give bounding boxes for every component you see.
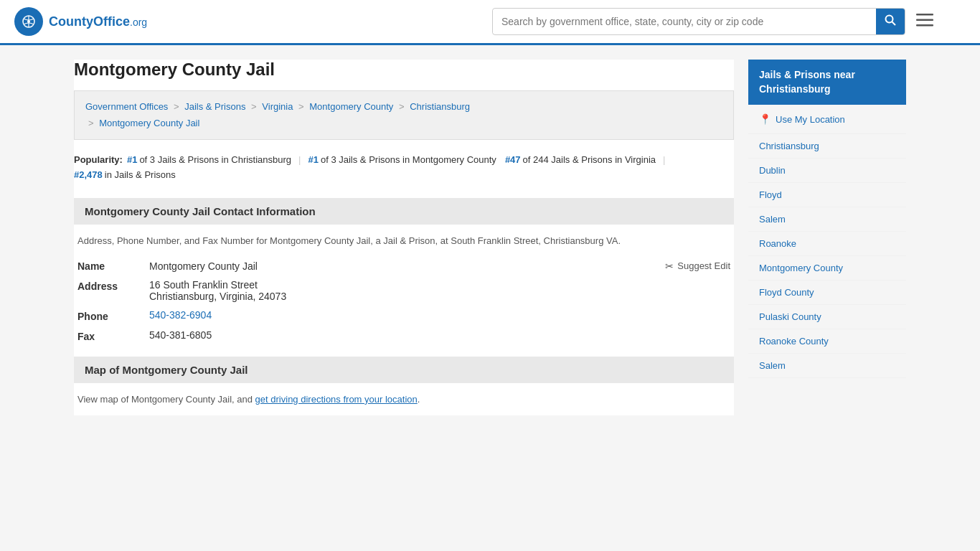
address-label: Address	[77, 279, 149, 292]
breadcrumb: Government Offices > Jails & Prisons > V…	[74, 90, 734, 140]
popularity-bar: Popularity: #1 of 3 Jails & Prisons in C…	[74, 151, 734, 184]
breadcrumb-link-government-offices[interactable]: Government Offices	[85, 101, 168, 112]
phone-value: 540-382-6904	[149, 309, 730, 321]
sidebar-item-roanoke-county[interactable]: Roanoke County	[748, 329, 906, 354]
info-table: Address 16 South Franklin Street Christi…	[74, 279, 734, 342]
popularity-stat3: #47 of 244 Jails & Prisons in Virginia	[505, 154, 656, 165]
breadcrumb-link-christiansburg[interactable]: Christiansburg	[410, 101, 470, 112]
name-row: Name Montgomery County Jail ✂ Suggest Ed…	[74, 260, 734, 272]
contact-section-header: Montgomery County Jail Contact Informati…	[74, 198, 734, 225]
breadcrumb-link-virginia[interactable]: Virginia	[262, 101, 293, 112]
map-description: View map of Montgomery County Jail, and …	[74, 394, 734, 415]
page-title: Montgomery County Jail	[74, 60, 734, 80]
sidebar-item-floyd-county[interactable]: Floyd County	[748, 281, 906, 305]
phone-row: Phone 540-382-6904	[77, 309, 730, 322]
fax-label: Fax	[77, 329, 149, 342]
logo-area: CountyOffice.org	[14, 7, 147, 36]
main-container: Montgomery County Jail Government Office…	[60, 45, 920, 430]
map-section-header: Map of Montgomery County Jail	[74, 357, 734, 383]
search-box	[492, 8, 905, 35]
svg-rect-8	[916, 24, 933, 27]
svg-point-3	[27, 20, 30, 23]
search-area	[492, 8, 937, 35]
use-my-location-link[interactable]: Use My Location	[776, 114, 845, 125]
svg-rect-6	[916, 14, 933, 16]
breadcrumb-link-current[interactable]: Montgomery County Jail	[99, 118, 199, 128]
contact-description: Address, Phone Number, and Fax Number fo…	[74, 235, 734, 246]
name-label: Name	[77, 260, 149, 272]
search-input[interactable]	[493, 10, 876, 33]
popularity-label: Popularity:	[74, 154, 123, 165]
sidebar-item-salem[interactable]: Salem	[748, 207, 906, 232]
logo-icon	[14, 7, 43, 36]
sidebar-item-salem[interactable]: Salem	[748, 354, 906, 378]
pin-icon: 📍	[759, 113, 771, 125]
popularity-stat1: #1 of 3 Jails & Prisons in Christiansbur…	[127, 154, 291, 165]
phone-link[interactable]: 540-382-6904	[149, 309, 212, 321]
suggest-edit-button[interactable]: ✂ Suggest Edit	[665, 260, 730, 272]
sidebar-links-container: ChristiansburgDublinFloydSalemRoanokeMon…	[748, 134, 906, 378]
name-value: Montgomery County Jail	[149, 260, 258, 272]
search-button[interactable]	[876, 9, 905, 34]
svg-point-4	[886, 16, 893, 23]
logo-text: CountyOffice.org	[49, 14, 147, 29]
svg-rect-7	[916, 19, 933, 22]
svg-line-5	[892, 22, 896, 26]
phone-label: Phone	[77, 309, 149, 322]
sidebar-header: Jails & Prisons near Christiansburg	[748, 60, 906, 105]
sidebar-item-christiansburg[interactable]: Christiansburg	[748, 134, 906, 159]
fax-row: Fax 540-381-6805	[77, 329, 730, 342]
sidebar-item-pulaski-county[interactable]: Pulaski County	[748, 305, 906, 329]
sidebar: Jails & Prisons near Christiansburg 📍 Us…	[748, 60, 906, 415]
content-area: Montgomery County Jail Government Office…	[74, 60, 734, 415]
fax-value: 540-381-6805	[149, 329, 730, 341]
breadcrumb-link-jails-prisons[interactable]: Jails & Prisons	[184, 101, 245, 112]
sidebar-item-montgomery-county[interactable]: Montgomery County	[748, 256, 906, 281]
popularity-stat2: #1 of 3 Jails & Prisons in Montgomery Co…	[308, 154, 496, 165]
address-row: Address 16 South Franklin Street Christi…	[77, 279, 730, 302]
popularity-stat4: #2,478 in Jails & Prisons	[74, 169, 176, 180]
sidebar-item-floyd[interactable]: Floyd	[748, 183, 906, 207]
breadcrumb-link-montgomery-county[interactable]: Montgomery County	[309, 101, 393, 112]
site-header: CountyOffice.org	[0, 0, 980, 45]
sidebar-use-location: 📍 Use My Location	[748, 105, 906, 134]
address-value: 16 South Franklin Street Christiansburg,…	[149, 279, 730, 302]
sidebar-item-roanoke[interactable]: Roanoke	[748, 232, 906, 256]
sidebar-item-dublin[interactable]: Dublin	[748, 159, 906, 183]
suggest-edit-icon: ✂	[665, 260, 674, 272]
menu-button[interactable]	[913, 9, 937, 34]
driving-directions-link[interactable]: get driving directions from your locatio…	[255, 394, 418, 405]
